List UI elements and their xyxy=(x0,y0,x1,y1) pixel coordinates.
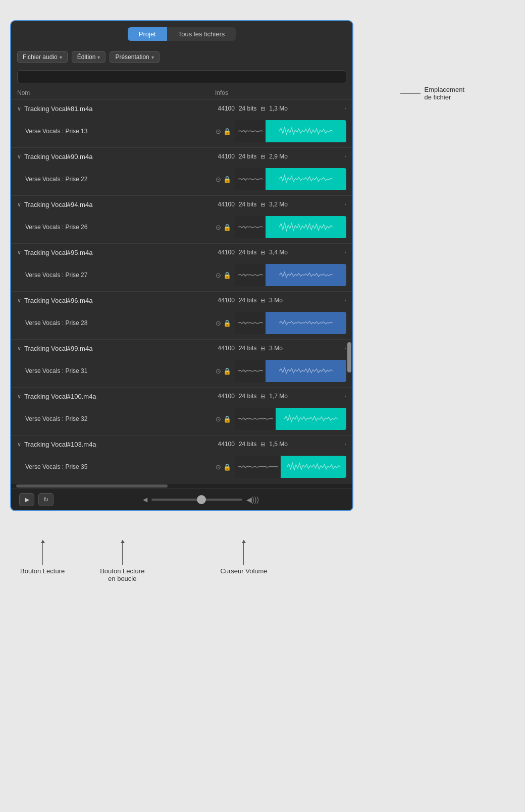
more-options-icon[interactable]: · xyxy=(344,200,346,209)
waveform-container xyxy=(235,120,346,142)
tab-tous-les-fichiers[interactable]: Tous les fichiers xyxy=(167,27,236,41)
play-button[interactable]: ▶ xyxy=(19,493,34,506)
waveform-active xyxy=(281,456,346,478)
loop-icon: ↻ xyxy=(43,496,48,503)
annotation-loop: Bouton Lecture en boucle xyxy=(100,540,144,582)
more-options-icon[interactable]: · xyxy=(344,392,346,401)
waveform-inactive xyxy=(235,408,276,430)
file-size: 3 Mo xyxy=(269,345,283,352)
col-info-header: Infos xyxy=(215,89,346,96)
file-header-row[interactable]: ∨ Tracking Vocal#94.m4a 44100 24 bits ⊟ … xyxy=(11,196,352,213)
file-list[interactable]: ∨ Tracking Vocal#81.m4a 44100 24 bits ⊟ … xyxy=(11,100,352,483)
chevron-down-icon: ▾ xyxy=(151,55,154,60)
loop-button[interactable]: ↻ xyxy=(38,493,54,506)
chevron-icon: ∨ xyxy=(17,153,21,160)
volume-low-icon: ◀ xyxy=(143,496,147,503)
waveform-svg xyxy=(270,316,342,330)
menu-edition[interactable]: Édition ▾ xyxy=(72,51,106,63)
file-header-row[interactable]: ∨ Tracking Vocal#90.m4a 44100 24 bits ⊟ … xyxy=(11,148,352,165)
file-meta: 44100 24 bits ⊟ 3 Mo xyxy=(218,345,339,352)
file-meta: 44100 24 bits ⊟ 3,2 Mo xyxy=(218,201,339,208)
clock-icon: ⊙ xyxy=(216,463,221,471)
more-options-icon[interactable]: · xyxy=(344,344,346,353)
sample-rate: 44100 xyxy=(218,345,235,352)
take-name-label: Verse Vocals : Prise 27 xyxy=(25,272,212,279)
sample-rate: 44100 xyxy=(218,393,235,400)
more-options-icon[interactable]: · xyxy=(344,104,346,113)
waveform-active xyxy=(266,264,346,286)
clock-icon: ⊙ xyxy=(216,224,221,231)
sample-rate: 44100 xyxy=(218,201,235,208)
chevron-down-icon: ▾ xyxy=(60,55,62,60)
sample-rate: 44100 xyxy=(218,249,235,256)
waveform-inactive xyxy=(235,120,266,142)
waveform-container xyxy=(235,216,346,238)
file-group: ∨ Tracking Vocal#94.m4a 44100 24 bits ⊟ … xyxy=(11,196,352,244)
loop-icon: ⊟ xyxy=(260,201,265,208)
waveform-inactive xyxy=(235,168,266,190)
chevron-icon: ∨ xyxy=(17,105,21,112)
tab-projet[interactable]: Projet xyxy=(128,27,167,41)
tab-bar: Projet Tous les fichiers xyxy=(11,21,352,47)
waveform-container xyxy=(235,360,346,382)
chevron-icon: ∨ xyxy=(17,441,21,448)
chevron-icon: ∨ xyxy=(17,393,21,400)
waveform-svg xyxy=(270,364,342,377)
file-size: 1,3 Mo xyxy=(269,105,288,112)
file-header-row[interactable]: ∨ Tracking Vocal#96.m4a 44100 24 bits ⊟ … xyxy=(11,292,352,309)
file-meta: 44100 24 bits ⊟ 1,5 Mo xyxy=(218,441,339,448)
horizontal-scrollbar[interactable] xyxy=(11,483,352,489)
menu-edition-label: Édition xyxy=(77,53,96,61)
take-name-label: Verse Vocals : Prise 22 xyxy=(25,176,212,183)
volume-slider-thumb[interactable] xyxy=(197,495,206,504)
waveform-container xyxy=(235,264,346,286)
file-group: ∨ Tracking Vocal#96.m4a 44100 24 bits ⊟ … xyxy=(11,292,352,340)
loop-icon: ⊟ xyxy=(260,153,265,160)
more-options-icon[interactable]: · xyxy=(344,296,346,305)
menu-fichier-audio-label: Fichier audio xyxy=(23,53,58,61)
file-take-row: Verse Vocals : Prise 31 ⊙ 🔒 xyxy=(11,357,352,387)
menu-fichier-audio[interactable]: Fichier audio ▾ xyxy=(17,51,68,63)
menu-presentation-label: Présentation xyxy=(115,53,149,61)
lock-icon: 🔒 xyxy=(223,176,231,183)
waveform-svg xyxy=(270,173,342,186)
chevron-icon: ∨ xyxy=(17,345,21,352)
take-name-label: Verse Vocals : Prise 31 xyxy=(25,367,212,374)
location-bar[interactable] xyxy=(17,70,346,83)
file-header-row[interactable]: ∨ Tracking Vocal#95.m4a 44100 24 bits ⊟ … xyxy=(11,244,352,261)
file-header-row[interactable]: ∨ Tracking Vocal#81.m4a 44100 24 bits ⊟ … xyxy=(11,100,352,117)
take-icons: ⊙ 🔒 xyxy=(216,128,231,135)
take-icons: ⊙ 🔒 xyxy=(216,224,231,231)
waveform-svg xyxy=(284,460,343,473)
waveform-active xyxy=(276,408,346,430)
more-options-icon[interactable]: · xyxy=(344,440,346,449)
file-header-row[interactable]: ∨ Tracking Vocal#103.m4a 44100 24 bits ⊟… xyxy=(11,436,352,453)
waveform-inactive xyxy=(235,216,266,238)
col-name-header: Nom xyxy=(17,89,215,96)
take-name-label: Verse Vocals : Prise 28 xyxy=(25,319,212,327)
file-name-label: Tracking Vocal#94.m4a xyxy=(24,201,215,208)
waveform-inactive-svg xyxy=(238,124,263,139)
annotation-volume-label: Curseur Volume xyxy=(220,567,267,575)
file-header-row[interactable]: ∨ Tracking Vocal#100.m4a 44100 24 bits ⊟… xyxy=(11,388,352,405)
menu-presentation[interactable]: Présentation ▾ xyxy=(110,51,159,63)
bit-depth: 24 bits xyxy=(239,345,256,352)
waveform-inactive-svg xyxy=(238,267,263,283)
clock-icon: ⊙ xyxy=(216,272,221,279)
chevron-icon: ∨ xyxy=(17,201,21,208)
h-scrollbar-thumb[interactable] xyxy=(16,484,168,488)
file-name-label: Tracking Vocal#96.m4a xyxy=(24,297,215,304)
annotation-emplacement: Emplacement de fichier xyxy=(400,86,464,101)
sample-rate: 44100 xyxy=(218,441,235,448)
annotation-volume: Curseur Volume xyxy=(220,540,267,582)
scrollbar-thumb[interactable] xyxy=(347,342,351,372)
annotation-loop-line1: Bouton Lecture xyxy=(100,567,144,575)
file-name-label: Tracking Vocal#100.m4a xyxy=(24,393,215,400)
take-icons: ⊙ 🔒 xyxy=(216,176,231,183)
more-options-icon[interactable]: · xyxy=(344,152,346,161)
file-header-row[interactable]: ∨ Tracking Vocal#99.m4a 44100 24 bits ⊟ … xyxy=(11,340,352,357)
waveform-svg xyxy=(279,412,343,425)
volume-slider[interactable] xyxy=(151,499,242,501)
more-options-icon[interactable]: · xyxy=(344,248,346,257)
annotation-emplacement-line1: Emplacement xyxy=(425,86,464,93)
